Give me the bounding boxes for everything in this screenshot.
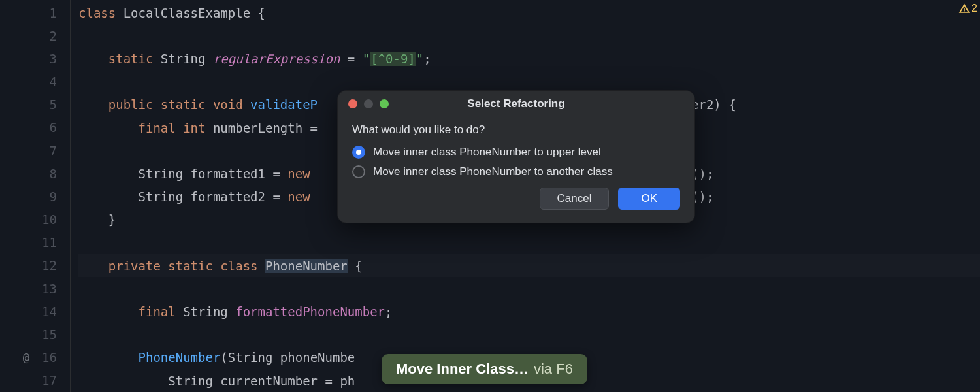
code-token xyxy=(78,167,139,181)
code-token: private static class xyxy=(108,259,265,273)
dialog-body: What would you like to do? Move inner cl… xyxy=(338,117,694,223)
code-token: " xyxy=(416,52,423,66)
code-token xyxy=(78,304,139,319)
code-token: new xyxy=(287,189,310,204)
code-token xyxy=(78,121,139,135)
code-token: validateP xyxy=(250,97,318,112)
gutter-row: 16@ xyxy=(0,346,70,369)
code-line[interactable]: class LocalClassExample { xyxy=(78,1,980,24)
line-number: 17 xyxy=(42,373,57,387)
line-number: 11 xyxy=(42,235,57,250)
action-hint-toast: Move Inner Class… via F6 xyxy=(382,354,587,384)
code-token: [^0-9] xyxy=(370,52,416,66)
code-token xyxy=(78,374,168,388)
code-token: regularExpression xyxy=(213,52,340,66)
code-line[interactable]: final String formattedPhoneNumber; xyxy=(78,300,980,323)
line-number: 2 xyxy=(50,29,57,43)
code-token xyxy=(78,350,139,365)
code-token: (String phoneNumbe xyxy=(220,350,355,365)
gutter-row: 9 xyxy=(0,185,70,208)
gutter: 12345678910111213141516@17 xyxy=(0,0,71,392)
dialog-title: Select Refactoring xyxy=(338,97,694,110)
cancel-button[interactable]: Cancel xyxy=(540,188,610,210)
gutter-row: 6 xyxy=(0,116,70,139)
ok-button[interactable]: OK xyxy=(618,188,680,210)
gutter-row: 11 xyxy=(0,231,70,254)
code-token: PhoneNumber xyxy=(265,259,348,273)
line-number: 7 xyxy=(50,144,57,158)
gutter-row: 5 xyxy=(0,93,70,116)
gutter-row: 1 xyxy=(0,1,70,24)
warning-badge[interactable]: 2 xyxy=(958,3,977,14)
gutter-row: 2 xyxy=(0,24,70,47)
code-line[interactable] xyxy=(78,323,980,346)
line-number: 16 xyxy=(42,350,57,365)
code-token: numberLength = xyxy=(213,121,318,135)
code-token xyxy=(78,52,108,66)
gutter-row: 15 xyxy=(0,323,70,346)
code-token: ; xyxy=(423,52,431,66)
gutter-row: 14 xyxy=(0,300,70,323)
line-number: 4 xyxy=(50,74,57,89)
toast-shortcut: via F6 xyxy=(534,361,573,378)
code-token: ; xyxy=(385,304,392,319)
code-token: String xyxy=(139,167,191,181)
line-number: 10 xyxy=(42,212,57,227)
line-number: 12 xyxy=(42,258,57,272)
line-number: 8 xyxy=(50,167,57,181)
minimize-icon xyxy=(364,99,373,108)
warning-count: 2 xyxy=(972,3,977,14)
code-token: LocalClassExample xyxy=(123,6,250,20)
code-token: PhoneNumber xyxy=(139,350,221,365)
dialog-titlebar: Select Refactoring xyxy=(338,91,694,117)
code-line[interactable] xyxy=(78,231,980,254)
line-number: 6 xyxy=(50,120,57,135)
code-token: = xyxy=(265,167,287,181)
code-line[interactable]: private static class PhoneNumber { xyxy=(78,254,980,277)
radio-icon[interactable] xyxy=(352,146,365,159)
line-number: 14 xyxy=(42,304,57,319)
code-token: formatted2 xyxy=(191,189,265,204)
toast-action-name: Move Inner Class… xyxy=(396,361,529,378)
code-token: class xyxy=(78,6,123,20)
code-token: String xyxy=(161,52,213,66)
code-line[interactable]: static String regularExpression = "[^0-9… xyxy=(78,47,980,70)
code-token: { xyxy=(250,6,265,20)
code-token: } xyxy=(78,212,116,227)
refactoring-option[interactable]: Move inner class PhoneNumber to another … xyxy=(352,165,680,178)
gutter-row: 7 xyxy=(0,139,70,162)
code-token: = xyxy=(265,189,287,204)
code-token: { xyxy=(348,259,363,273)
code-token: new xyxy=(287,167,310,181)
code-line[interactable] xyxy=(78,277,980,300)
gutter-row: 4 xyxy=(0,71,70,93)
override-icon[interactable]: @ xyxy=(23,351,29,364)
refactoring-option[interactable]: Move inner class PhoneNumber to upper le… xyxy=(352,146,680,159)
gutter-row: 10 xyxy=(0,208,70,231)
line-number: 5 xyxy=(50,97,57,112)
gutter-row: 8 xyxy=(0,162,70,185)
close-icon[interactable] xyxy=(348,99,357,108)
gutter-row: 13 xyxy=(0,277,70,300)
zoom-icon[interactable] xyxy=(380,99,389,108)
dialog-prompt: What would you like to do? xyxy=(352,123,680,137)
code-token: String xyxy=(139,189,191,204)
code-token: static xyxy=(108,52,161,66)
line-number: 1 xyxy=(50,6,57,20)
line-number: 3 xyxy=(50,52,57,66)
radio-icon[interactable] xyxy=(352,165,365,178)
line-number: 13 xyxy=(42,282,57,296)
code-token: final xyxy=(139,304,184,319)
window-controls xyxy=(348,99,389,108)
line-number: 9 xyxy=(50,189,57,204)
radio-label: Move inner class PhoneNumber to upper le… xyxy=(373,146,601,159)
code-line[interactable] xyxy=(78,24,980,47)
code-token: public static void xyxy=(108,97,250,112)
code-token: String currentNumber = ph xyxy=(168,374,355,388)
refactoring-dialog: Select Refactoring What would you like t… xyxy=(337,90,695,223)
code-token: formatted1 xyxy=(191,167,265,181)
code-token: = xyxy=(340,52,362,66)
gutter-row: 3 xyxy=(0,47,70,70)
dialog-actions: Cancel OK xyxy=(352,188,680,210)
code-token xyxy=(78,189,139,204)
